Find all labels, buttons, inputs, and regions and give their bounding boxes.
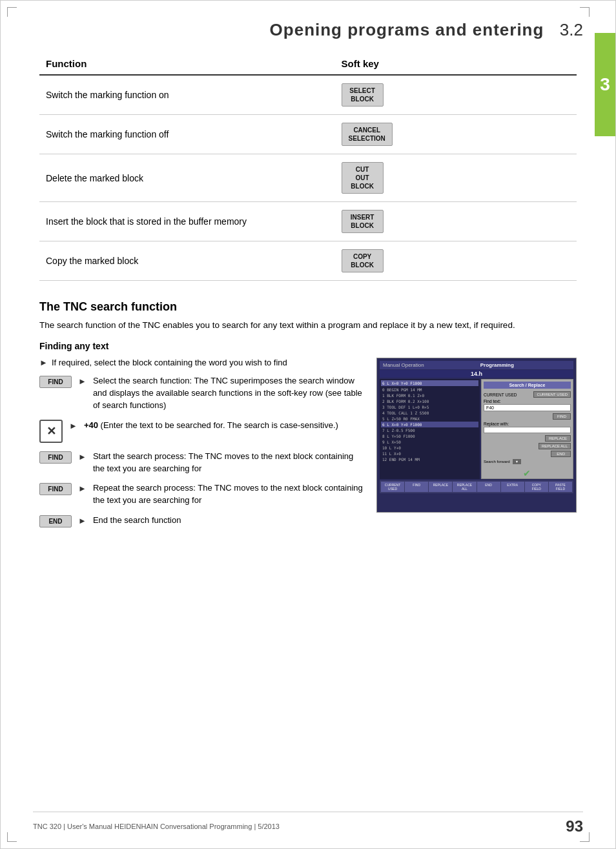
ss-code-panel: 6 L X+0 Y+0 F1000 0 BEGIN PGM 14 MM 1 BL…	[380, 379, 480, 479]
x-key[interactable]: ✕	[39, 420, 63, 443]
ss-prog-title: Programming	[480, 362, 514, 368]
tnc-search-body: The search function of the TNC enables y…	[39, 319, 577, 332]
ss-checkmark: ✔	[523, 468, 531, 478]
function-cell-4: Copy the marked block	[39, 241, 335, 281]
table-row-2: Delete the marked blockCUTOUTBLOCK	[39, 154, 577, 202]
finding-text-title: Finding any text	[39, 341, 577, 351]
softkey-btn-0[interactable]: SELECTBLOCK	[342, 83, 384, 107]
corner-mark-tl	[7, 7, 17, 17]
corner-mark-tr	[580, 7, 590, 17]
col-header-softkey: Soft key	[335, 53, 577, 75]
ss-btn-replace-all[interactable]: REPLACEALL	[453, 482, 476, 492]
step-2-arrow: ►	[69, 421, 77, 431]
bullet-arrow: ►	[39, 358, 48, 367]
softkey-cell-1: CANCELSELECTION	[335, 115, 577, 154]
step-4: FIND ► Repeat the search process: The TN…	[39, 482, 364, 507]
softkey-btn-1[interactable]: CANCELSELECTION	[342, 123, 393, 146]
step-2-key: ✕	[39, 420, 63, 443]
ss-search-dir: Search forward ▼	[484, 459, 571, 464]
softkey-cell-3: INSERTBLOCK	[335, 202, 577, 241]
step-1-text: Select the search function: The TNC supe…	[93, 375, 364, 412]
step-1-arrow: ►	[78, 376, 87, 386]
ss-btn-paste-field[interactable]: PASTEFIELD	[549, 482, 572, 492]
table-row-3: Insert the block that is stored in the b…	[39, 202, 577, 241]
ss-btn-replace[interactable]: REPLACE	[429, 482, 452, 492]
ss-dialog-panel: Search / Replace CURRENT USED CURRENT US…	[481, 379, 573, 479]
step-2: ✕ ► +40 (Enter the text to be searched f…	[39, 420, 364, 443]
ss-search-dir-label: Search forward	[484, 460, 510, 464]
page-footer: TNC 320 | User's Manual HEIDENHAIN Conve…	[33, 812, 583, 835]
step-3-arrow: ►	[78, 452, 87, 462]
ss-dialog-title: Search / Replace	[484, 382, 571, 389]
step-2-text: +40 (Enter the text to be searched for. …	[84, 420, 338, 432]
find-key-2[interactable]: FIND	[39, 451, 72, 464]
find-layout: ► If required, select the block containi…	[39, 358, 577, 535]
ss-btn-extra[interactable]: EXTRA	[501, 482, 524, 492]
page-number: 93	[566, 817, 583, 835]
page: 3 Opening programs and entering 3.2 Func…	[0, 0, 616, 849]
table-row-1: Switch the marking function offCANCELSEL…	[39, 115, 577, 154]
step-4-key: FIND	[39, 482, 72, 495]
ss-btn-end[interactable]: END	[477, 482, 500, 492]
step-1-key: FIND	[39, 375, 72, 388]
tnc-screenshot: Manual Operation Programming 14.h 6 L X+…	[376, 358, 577, 513]
function-table: Function Soft key Switch the marking fun…	[39, 53, 577, 281]
softkey-btn-2[interactable]: CUTOUTBLOCK	[342, 162, 384, 194]
table-row-4: Copy the marked blockCOPYBLOCK	[39, 241, 577, 281]
ss-btn-copy-field[interactable]: COPYFIELD	[525, 482, 548, 492]
ss-end-btn[interactable]: END	[551, 451, 571, 457]
footer-left: TNC 320 | User's Manual HEIDENHAIN Conve…	[33, 823, 280, 830]
table-row-0: Switch the marking function onSELECTBLOC…	[39, 75, 577, 115]
step-4-arrow: ►	[78, 484, 87, 493]
ss-code-highlight: 6 L X+0 Y+0 F1000	[381, 380, 478, 386]
step-5-text: End the search function	[93, 515, 181, 527]
ss-find-btn[interactable]: FIND	[553, 413, 571, 420]
ss-dir-dropdown[interactable]: ▼	[513, 459, 521, 464]
ss-current-used-label: CURRENT USED	[484, 393, 517, 397]
function-cell-1: Switch the marking function off	[39, 115, 335, 154]
ss-prog-name: 14.h	[380, 370, 573, 378]
col-header-function: Function	[39, 53, 335, 75]
softkey-cell-2: CUTOUTBLOCK	[335, 154, 577, 202]
ss-replace-label: Replace with:	[484, 422, 571, 426]
ss-current-btn: CURRENT USED	[533, 391, 571, 398]
ss-replace-all-btn[interactable]: REPLACE ALL	[539, 443, 571, 449]
ss-mode: Manual Operation	[383, 362, 424, 368]
screenshot-area: Manual Operation Programming 14.h 6 L X+…	[376, 358, 577, 513]
content-area: Function Soft key Switch the marking fun…	[1, 46, 615, 555]
softkey-btn-3[interactable]: INSERTBLOCK	[342, 210, 384, 233]
find-key-3[interactable]: FIND	[39, 483, 72, 495]
ss-find-value[interactable]: F40	[484, 404, 571, 411]
softkey-cell-0: SELECTBLOCK	[335, 75, 577, 115]
ss-btn-current[interactable]: CURRENTUSED	[381, 482, 404, 492]
step-1: FIND ► Select the search function: The T…	[39, 375, 364, 412]
step-3-key: FIND	[39, 451, 72, 464]
softkey-cell-4: COPYBLOCK	[335, 241, 577, 281]
step-intro-text: If required, select the block containing…	[52, 358, 287, 367]
ss-replace-value[interactable]	[484, 427, 571, 433]
chapter-number: 3	[600, 74, 610, 95]
step-5-arrow: ►	[78, 516, 87, 526]
step-5-key: END	[39, 515, 72, 527]
chapter-tab: 3	[595, 33, 615, 136]
page-header: Opening programs and entering 3.2	[1, 1, 615, 46]
corner-mark-bl	[7, 832, 17, 842]
tnc-search-title: The TNC search function	[39, 300, 577, 314]
page-title: Opening programs and entering	[270, 20, 544, 39]
softkey-btn-4[interactable]: COPYBLOCK	[342, 249, 384, 272]
ss-bottom-bar: CURRENTUSED FIND REPLACE REPLACEALL END …	[380, 480, 573, 493]
ss-btn-find[interactable]: FIND	[405, 482, 428, 492]
section-number: 3.2	[560, 20, 583, 39]
ss-replace-btn[interactable]: REPLACE	[545, 435, 571, 442]
step-4-text: Repeat the search process: The TNC moves…	[93, 482, 364, 507]
function-cell-0: Switch the marking function on	[39, 75, 335, 115]
find-key-1[interactable]: FIND	[39, 376, 72, 388]
function-cell-3: Insert the block that is stored in the b…	[39, 202, 335, 241]
step-3: FIND ► Start the search process: The TNC…	[39, 451, 364, 475]
step-5: END ► End the search function	[39, 515, 364, 527]
ss-find-label: Find text:	[484, 399, 571, 404]
find-steps: ► If required, select the block containi…	[39, 358, 364, 535]
function-cell-2: Delete the marked block	[39, 154, 335, 202]
step-3-text: Start the search process: The TNC moves …	[93, 451, 364, 475]
end-key[interactable]: END	[39, 515, 72, 527]
